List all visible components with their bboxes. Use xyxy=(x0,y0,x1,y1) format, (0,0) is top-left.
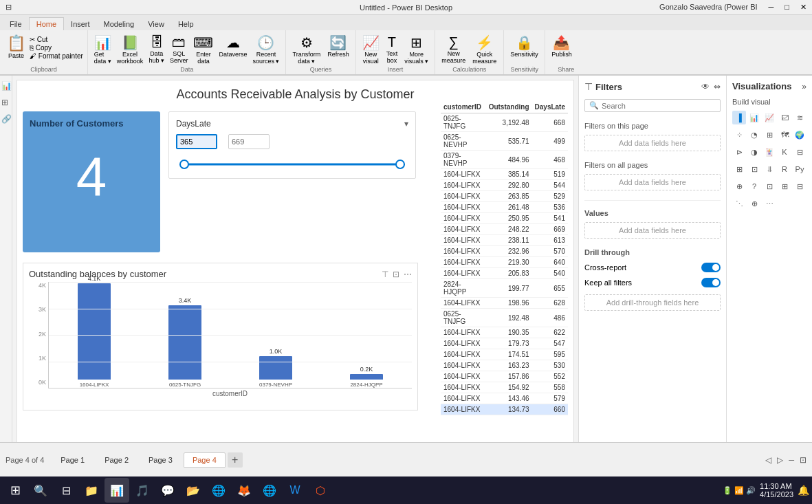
scroll-left-icon[interactable]: ◁ xyxy=(765,455,771,465)
dayslate-slider[interactable] xyxy=(179,157,405,171)
cross-report-toggle[interactable] xyxy=(701,263,721,272)
table-row[interactable]: 1604-LIFKX 134.73 660 xyxy=(441,404,568,415)
table-row[interactable]: 1604-LIFKX 143.46 579 xyxy=(441,393,568,404)
bar-group-2824[interactable]: 0.2K 2824-HJQPP xyxy=(328,366,405,388)
bar-0379[interactable] xyxy=(259,356,292,380)
taskbar-firefox[interactable]: 🦊 xyxy=(232,478,256,503)
vis-icon-more1[interactable]: ⋱ xyxy=(732,197,746,210)
vis-icon-more3[interactable]: ⋯ xyxy=(762,197,776,210)
vis-icon-card[interactable]: 🃏 xyxy=(762,145,776,159)
bar-1604[interactable] xyxy=(78,283,111,380)
table-row[interactable]: 1604-LIFKX 174.51 595 xyxy=(441,349,568,360)
vis-icon-qa[interactable]: ? xyxy=(747,179,761,193)
table-row[interactable]: 1604-LIFKX 248.22 669 xyxy=(441,224,568,235)
slider-thumb-right[interactable] xyxy=(395,160,405,169)
vis-icon-filled-map[interactable]: 🌍 xyxy=(793,128,806,142)
taskbar-explorer[interactable]: 📁 xyxy=(79,478,104,503)
minimize-btn[interactable]: ─ xyxy=(769,3,774,12)
table-row[interactable]: 1604-LIFKX 163.23 530 xyxy=(441,360,568,371)
vis-icon-more2[interactable]: ⊕ xyxy=(747,197,761,210)
taskbar-powerbi[interactable]: 📊 xyxy=(105,478,129,503)
vis-icon-scatter[interactable]: ⁘ xyxy=(732,128,746,142)
table-row[interactable]: 0625-TNJFG 3,192.48 668 xyxy=(441,113,568,132)
table-row[interactable]: 1604-LIFKX 179.73 547 xyxy=(441,338,568,349)
table-row[interactable]: 1604-LIFKX 250.95 541 xyxy=(441,213,568,224)
tab-file[interactable]: File xyxy=(3,18,29,30)
chart-filter-icon[interactable]: ⊤ xyxy=(382,270,388,279)
number-customers-card[interactable]: Number of Customers 4 xyxy=(23,111,160,252)
table-row[interactable]: 1604-LIFKX 385.14 519 xyxy=(441,169,568,180)
slider-thumb-left[interactable] xyxy=(179,160,189,169)
tab-insert[interactable]: Insert xyxy=(64,18,97,30)
table-row[interactable]: 1604-LIFKX 261.48 536 xyxy=(441,202,568,213)
sql-server-button[interactable]: 🗃 SQLServer xyxy=(168,33,190,66)
table-row[interactable]: 1604-LIFKX 292.80 544 xyxy=(441,180,568,191)
chart-focus-icon[interactable]: ⊡ xyxy=(393,270,399,279)
vis-icon-slicer[interactable]: ⊟ xyxy=(793,145,806,159)
get-data-button[interactable]: 📊 Getdata ▾ xyxy=(92,33,113,66)
bar-chart[interactable]: Outstanding balances by customer ⊤ ⊡ ⋯ 4… xyxy=(23,263,418,410)
dataverse-button[interactable]: ☁ Dataverse xyxy=(217,33,249,66)
quick-measure-button[interactable]: ⚡ Quickmeasure xyxy=(470,33,498,66)
taskbar-browser2[interactable]: 🌐 xyxy=(257,478,282,503)
vis-expand-icon[interactable]: » xyxy=(802,82,806,91)
new-measure-button[interactable]: ∑ Newmeasure xyxy=(439,33,468,66)
vis-icon-ribbon[interactable]: ≋ xyxy=(793,111,806,124)
vis-icon-funnel[interactable]: ⊳ xyxy=(732,145,746,159)
sidebar-icon-report[interactable]: 📊 xyxy=(1,81,10,91)
vis-icon-col[interactable]: 📊 xyxy=(747,111,761,124)
table-row[interactable]: 1604-LIFKX 232.96 570 xyxy=(441,246,568,257)
transform-data-button[interactable]: ⚙ Transformdata ▾ xyxy=(290,33,322,66)
tab-view[interactable]: View xyxy=(141,18,171,30)
table-row[interactable]: 1604-LIFKX 198.96 628 xyxy=(441,298,568,309)
taskbar-teams[interactable]: 💬 xyxy=(155,478,180,503)
taskbar-edge[interactable]: 🌐 xyxy=(206,478,231,503)
vis-icon-kpi[interactable]: K xyxy=(778,145,791,159)
table-row[interactable]: 1604-LIFKX 238.11 613 xyxy=(441,235,568,246)
filter-visibility-icon[interactable]: 👁 xyxy=(701,82,710,91)
sidebar-icon-data[interactable]: ⊞ xyxy=(1,98,10,107)
vis-icon-r[interactable]: R xyxy=(778,162,791,176)
publish-button[interactable]: 📤 Publish xyxy=(549,33,574,59)
format-painter-button[interactable]: 🖌 Format painter xyxy=(30,52,83,60)
table-row[interactable]: 0625-NEVHP 535.71 499 xyxy=(441,132,568,151)
tab-home[interactable]: Home xyxy=(29,17,64,30)
vis-icon-treemap[interactable]: ⊞ xyxy=(762,128,776,142)
vis-icon-line[interactable]: 📈 xyxy=(762,111,776,124)
dayslate-max-input[interactable] xyxy=(228,134,270,149)
keep-all-toggle[interactable] xyxy=(701,278,721,287)
excel-button[interactable]: 📗 Excelworkbook xyxy=(115,33,146,66)
chart-more-icon[interactable]: ⋯ xyxy=(404,270,412,279)
vis-icon-py[interactable]: Py xyxy=(793,162,806,176)
vis-icon-area[interactable]: 🗠 xyxy=(778,111,791,124)
recent-sources-button[interactable]: 🕒 Recentsources ▾ xyxy=(250,33,281,66)
filters-search-input[interactable] xyxy=(602,102,716,110)
table-row[interactable]: 1604-LIFKX 205.83 540 xyxy=(441,268,568,279)
dayslate-slicer[interactable]: DaysLate ▾ xyxy=(168,111,416,179)
table-row[interactable]: 1604-LIFKX 157.86 552 xyxy=(441,371,568,382)
maximize-btn[interactable]: □ xyxy=(784,3,789,12)
tab-page2[interactable]: Page 2 xyxy=(96,452,138,468)
filters-on-all-pages-add[interactable]: Add data fields here xyxy=(584,174,721,190)
vis-icon-gauge[interactable]: ◑ xyxy=(747,145,761,159)
vis-icon-bar[interactable]: ▐ xyxy=(732,111,746,124)
table-row[interactable]: 0625-TNJFG 192.48 486 xyxy=(441,309,568,327)
table-row[interactable]: 1604-LIFKX 190.35 622 xyxy=(441,327,568,338)
new-visual-button[interactable]: 📈 Newvisual xyxy=(360,33,382,66)
vis-icon-decomp[interactable]: ⊕ xyxy=(732,179,746,193)
taskbar-powerpoint[interactable]: ⬡ xyxy=(308,478,333,503)
taskbar-notification[interactable]: 🔔 xyxy=(798,485,809,496)
filters-on-this-page-add[interactable]: Add data fields here xyxy=(584,135,721,151)
bar-group-1604[interactable]: 4.1K 1604-LIFKX xyxy=(56,275,133,388)
vis-icon-matrix[interactable]: ⊡ xyxy=(747,162,761,176)
text-box-button[interactable]: T Textbox xyxy=(384,33,400,66)
taskbar-search[interactable]: 🔍 xyxy=(28,478,53,503)
cut-button[interactable]: ✂ Cut xyxy=(30,36,83,43)
fit-icon[interactable]: ⊡ xyxy=(800,455,806,465)
bar-group-0625[interactable]: 3.4K 0625-TNJFG xyxy=(146,297,223,388)
dayslate-min-input[interactable] xyxy=(176,134,217,149)
close-btn[interactable]: ✕ xyxy=(800,3,806,12)
bar-0625[interactable] xyxy=(168,305,201,380)
taskbar-start[interactable]: ⊞ xyxy=(3,478,28,503)
taskbar-word[interactable]: W xyxy=(283,478,307,503)
